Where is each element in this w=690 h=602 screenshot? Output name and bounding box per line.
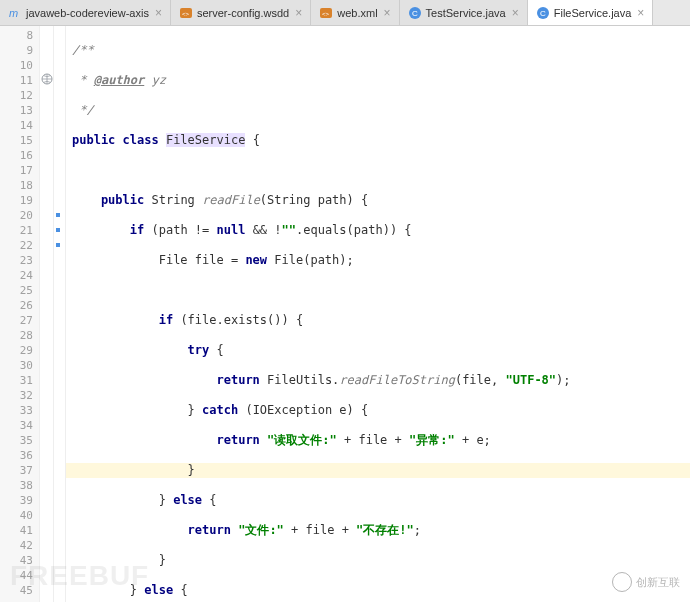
java-class-icon: C: [536, 6, 550, 20]
tab-label: web.xml: [337, 7, 377, 19]
tab-label: server-config.wsdd: [197, 7, 289, 19]
line-number-gutter: 8910111213141516171819202122232425262728…: [0, 26, 40, 602]
close-icon[interactable]: ×: [635, 6, 646, 20]
gutter-marks: [40, 26, 54, 602]
fold-column: [54, 26, 66, 602]
line-number: 14: [0, 118, 39, 133]
java-class-icon: C: [408, 6, 422, 20]
line-number: 24: [0, 268, 39, 283]
line-number: 32: [0, 388, 39, 403]
close-icon[interactable]: ×: [510, 6, 521, 20]
line-number: 12: [0, 88, 39, 103]
tab-label: javaweb-codereview-axis: [26, 7, 149, 19]
line-number: 25: [0, 283, 39, 298]
svg-text:<>: <>: [322, 11, 330, 17]
close-icon[interactable]: ×: [153, 6, 164, 20]
line-number: 26: [0, 298, 39, 313]
tab-label: TestService.java: [426, 7, 506, 19]
line-number: 16: [0, 148, 39, 163]
tab-web-xml[interactable]: <> web.xml ×: [311, 0, 399, 25]
line-number: 21: [0, 223, 39, 238]
line-number: 35: [0, 433, 39, 448]
line-number: 30: [0, 358, 39, 373]
line-number: 17: [0, 163, 39, 178]
line-number: 29: [0, 343, 39, 358]
line-number: 28: [0, 328, 39, 343]
line-number: 18: [0, 178, 39, 193]
line-number: 13: [0, 103, 39, 118]
line-number: 33: [0, 403, 39, 418]
line-number: 34: [0, 418, 39, 433]
close-icon[interactable]: ×: [293, 6, 304, 20]
logo-ring-icon: [612, 572, 632, 592]
line-number: 39: [0, 493, 39, 508]
watermark-freebuf: FREEBUF: [10, 560, 149, 592]
line-number: 15: [0, 133, 39, 148]
svg-text:m: m: [9, 7, 18, 19]
code-editor[interactable]: 8910111213141516171819202122232425262728…: [0, 26, 690, 602]
editor-tab-bar: m javaweb-codereview-axis × <> server-co…: [0, 0, 690, 26]
tab-javaweb-codereview-axis[interactable]: m javaweb-codereview-axis ×: [0, 0, 171, 25]
line-number: 40: [0, 508, 39, 523]
line-number: 20: [0, 208, 39, 223]
line-number: 11: [0, 73, 39, 88]
maven-icon: m: [8, 6, 22, 20]
close-icon[interactable]: ×: [382, 6, 393, 20]
tab-server-config-wsdd[interactable]: <> server-config.wsdd ×: [171, 0, 311, 25]
line-number: 22: [0, 238, 39, 253]
svg-text:C: C: [412, 9, 418, 18]
line-number: 23: [0, 253, 39, 268]
watermark-cx: 创新互联: [612, 572, 680, 592]
line-number: 42: [0, 538, 39, 553]
tab-label: FileService.java: [554, 7, 632, 19]
globe-icon: [41, 73, 53, 85]
code-area[interactable]: /** * @author yz */ public class FileSer…: [66, 26, 690, 602]
line-number: 31: [0, 373, 39, 388]
line-number: 36: [0, 448, 39, 463]
line-number: 38: [0, 478, 39, 493]
line-number: 10: [0, 58, 39, 73]
xml-icon: <>: [319, 6, 333, 20]
line-number: 27: [0, 313, 39, 328]
xml-icon: <>: [179, 6, 193, 20]
line-number: 19: [0, 193, 39, 208]
line-number: 41: [0, 523, 39, 538]
tab-testservice-java[interactable]: C TestService.java ×: [400, 0, 528, 25]
svg-text:C: C: [540, 9, 546, 18]
line-number: 37: [0, 463, 39, 478]
line-number: 8: [0, 28, 39, 43]
line-number: 9: [0, 43, 39, 58]
svg-text:<>: <>: [182, 11, 190, 17]
tab-fileservice-java[interactable]: C FileService.java ×: [528, 0, 654, 25]
